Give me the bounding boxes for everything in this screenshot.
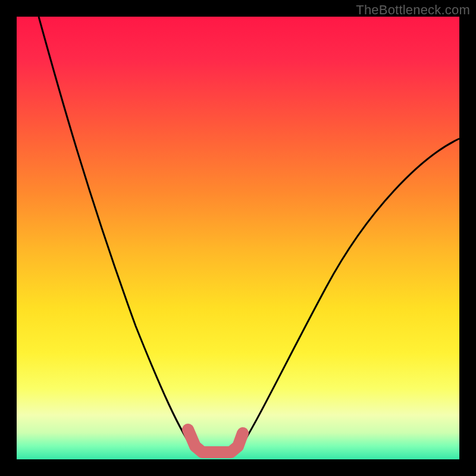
plot-area [17, 17, 459, 459]
chart-frame: TheBottleneck.com [0, 0, 476, 476]
left-curve [39, 17, 195, 451]
curves-svg [17, 17, 459, 459]
right-curve [238, 139, 459, 451]
watermark-text: TheBottleneck.com [356, 2, 470, 18]
valley-marker [188, 430, 243, 452]
